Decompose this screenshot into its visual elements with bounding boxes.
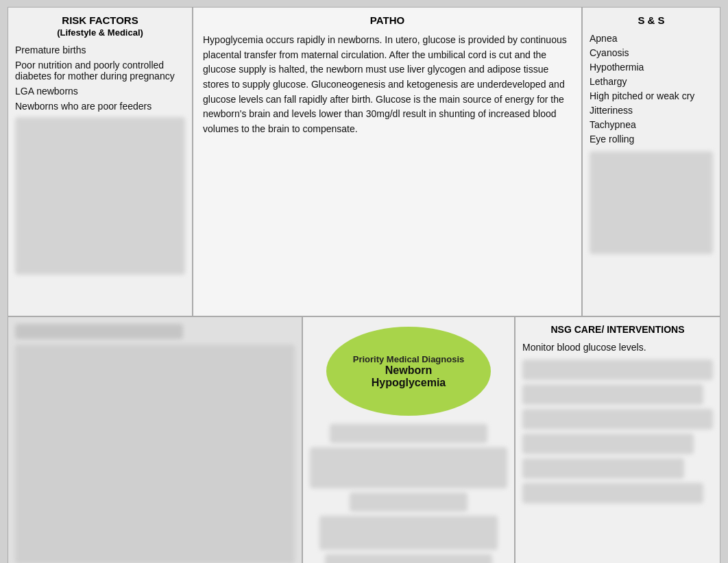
nsg-blur-3 [522, 409, 713, 429]
center-blur-4 [319, 516, 497, 550]
risk-factors-panel: RISK FACTORS (Lifestyle & Medical) Prema… [8, 8, 193, 316]
bottom-right-panel: NSG CARE/ INTERVENTIONS Monitor blood gl… [515, 317, 720, 563]
bottom-center-panel: Priority Medical Diagnosis NewbornHypogl… [303, 317, 515, 563]
nsg-blur-5 [522, 458, 684, 479]
risk-item-4: Newborns who are poor feeders [15, 101, 185, 112]
ss-title: S & S [590, 14, 713, 26]
center-blur-3 [350, 492, 468, 512]
center-blur-1 [330, 424, 487, 443]
risk-item-1: Premature births [15, 45, 185, 55]
ss-panel: S & S Apnea Cyanosis Hypothermia Letharg… [583, 8, 720, 316]
bottom-left-panel [8, 317, 303, 563]
ss-item-3: Hypothermia [590, 62, 713, 73]
patho-text: Hypoglycemia occurs rapidly in newborns.… [203, 33, 572, 137]
priority-label: Priority Medical Diagnosis [353, 354, 465, 364]
priority-main: NewbornHypoglycemia [372, 364, 446, 389]
ss-item-6: Jitteriness [590, 105, 713, 116]
bottom-left-blurred-content [15, 345, 295, 563]
ss-item-4: Lethargy [590, 76, 713, 87]
nsg-blurred-area [522, 360, 713, 503]
priority-oval: Priority Medical Diagnosis NewbornHypogl… [326, 327, 491, 416]
nsg-blur-2 [522, 384, 703, 405]
center-blurred-area [310, 424, 507, 563]
ss-blurred-content [590, 151, 713, 254]
patho-panel: PATHO Hypoglycemia occurs rapidly in new… [193, 8, 583, 316]
nsg-blur-1 [522, 360, 713, 380]
risk-factors-title: RISK FACTORS [15, 14, 185, 26]
center-blur-2 [310, 447, 507, 488]
patho-title: PATHO [203, 14, 572, 26]
ss-item-7: Tachypnea [590, 119, 713, 130]
intervention-item-1: Monitor blood glucose levels. [522, 342, 713, 353]
risk-item-3: LGA newborns [15, 86, 185, 97]
ss-item-8: Eye rolling [590, 134, 713, 145]
risk-factors-blurred-content [15, 117, 185, 275]
risk-factors-subtitle: (Lifestyle & Medical) [15, 27, 185, 38]
ss-item-2: Cyanosis [590, 47, 713, 58]
bottom-left-title-blur [15, 324, 183, 339]
nsg-blur-4 [522, 434, 694, 454]
nsg-care-title: NSG CARE/ INTERVENTIONS [522, 324, 713, 335]
nsg-blur-6 [522, 483, 703, 503]
ss-item-5: High pitched or weak cry [590, 90, 713, 101]
ss-item-1: Apnea [590, 33, 713, 44]
risk-item-2: Poor nutrition and poorly controlled dia… [15, 60, 185, 82]
center-blur-5 [325, 554, 493, 563]
